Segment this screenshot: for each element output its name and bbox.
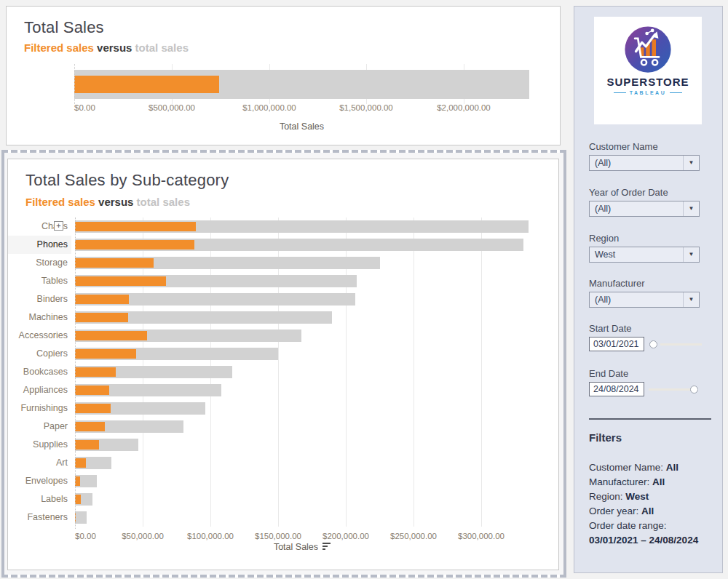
decorative-line <box>670 92 682 93</box>
category-label-accessories[interactable]: Accessories <box>8 327 71 345</box>
bar-filtered-phones[interactable] <box>75 240 194 249</box>
filter-label-order-year: Year of Order Date <box>589 187 668 198</box>
brand-sub-text: TABLEAU <box>630 90 666 95</box>
subcategory-panel: Total Sales by Sub-category Filtered sal… <box>7 159 559 570</box>
bar-filtered-binders[interactable] <box>75 295 129 304</box>
filters-summary-heading: Filters <box>589 431 622 444</box>
bar-filtered-supplies[interactable] <box>75 440 99 450</box>
bar-area <box>75 436 530 454</box>
bar-filtered-paper[interactable] <box>75 422 105 431</box>
category-label-appliances[interactable]: Appliances <box>8 381 71 399</box>
zone-drag-handle-bottom[interactable] <box>1 575 566 578</box>
end-date-input[interactable]: 24/08/2024 <box>589 382 644 396</box>
subcategory-row: Accessories <box>8 327 560 345</box>
chevron-down-icon[interactable]: ▼ <box>683 156 699 170</box>
bar-filtered-labels[interactable] <box>75 495 81 504</box>
dropdown-customer-name[interactable]: (All) ▼ <box>589 155 700 171</box>
bar-area <box>75 345 530 363</box>
category-label-labels[interactable]: Labels <box>8 490 71 508</box>
bar-filtered-accessories[interactable] <box>75 331 147 340</box>
bar-filtered-machines[interactable] <box>75 313 128 322</box>
bar-area <box>75 272 530 290</box>
dropdown-value: West <box>595 249 615 260</box>
subcategory-row: Machines <box>8 308 560 327</box>
category-label-envelopes[interactable]: Envelopes <box>8 472 71 490</box>
bar-filtered-furnishings[interactable] <box>75 404 111 413</box>
bar-filtered-copiers[interactable] <box>75 349 136 359</box>
dropdown-value: (All) <box>595 158 611 168</box>
end-date-slider-handle[interactable] <box>690 386 698 394</box>
category-label-fasteners[interactable]: Fasteners <box>8 508 71 527</box>
bar-area <box>75 508 530 527</box>
x-tick-label: $1,500,000.00 <box>339 103 393 112</box>
bar-filtered-envelopes[interactable] <box>75 476 80 486</box>
subcategory-row: Paper <box>8 418 560 436</box>
category-label-phones[interactable]: Phones <box>8 236 71 254</box>
dropdown-order-year[interactable]: (All) ▼ <box>589 201 700 217</box>
total-sales-plot <box>74 64 529 104</box>
category-label-paper[interactable]: Paper <box>8 418 71 436</box>
summary-line: Manufacturer: All <box>589 475 698 490</box>
subcategory-row: Bookcases <box>8 363 560 381</box>
summary-line: Region: West <box>589 490 698 504</box>
bar-total-fasteners[interactable] <box>75 511 87 524</box>
x-tick-label: $200,000.00 <box>323 532 369 540</box>
bar-filtered-storage[interactable] <box>75 258 154 268</box>
dropdown-manufacturer[interactable]: (All) ▼ <box>589 292 700 308</box>
x-tick-label: $50,000.00 <box>122 532 164 540</box>
category-label-tables[interactable]: Tables <box>8 272 71 290</box>
start-date-label: Start Date <box>589 323 632 334</box>
zone-drag-handle[interactable] <box>1 150 566 153</box>
bar-area <box>75 399 530 418</box>
sort-descending-icon[interactable] <box>323 543 331 551</box>
x-tick-label: $0.00 <box>75 532 96 540</box>
subcategory-row: Fasteners <box>8 508 560 527</box>
subcategory-row: Binders <box>8 290 560 308</box>
x-axis-title-label: Total Sales <box>274 542 318 552</box>
bar-filtered-tables[interactable] <box>75 276 166 286</box>
category-label-art[interactable]: Art <box>8 454 71 472</box>
decorative-line <box>614 92 626 93</box>
chart-subtitle: Filtered sales versus total sales <box>24 41 189 54</box>
total-sales-panel: Total Sales Filtered sales versus total … <box>6 6 561 145</box>
bar-area <box>75 290 530 308</box>
category-label-bookcases[interactable]: Bookcases <box>8 363 71 381</box>
subcategory-row: Phones <box>8 236 560 254</box>
bar-filtered-appliances[interactable] <box>75 386 109 395</box>
category-label-supplies[interactable]: Supplies <box>8 436 71 454</box>
start-date-slider-handle[interactable] <box>649 340 657 348</box>
category-label-copiers[interactable]: Copiers <box>8 345 71 363</box>
x-tick-label: $0.00 <box>74 103 95 112</box>
bar-filtered-chairs[interactable] <box>75 222 196 231</box>
bar-filtered-sales[interactable] <box>74 76 219 93</box>
chevron-down-icon[interactable]: ▼ <box>683 201 699 216</box>
category-label-machines[interactable]: Machines <box>8 308 71 327</box>
filter-label-manufacturer: Manufacturer <box>589 278 645 289</box>
zero-axis-line <box>74 64 75 104</box>
start-date-slider-track[interactable] <box>660 343 702 346</box>
subcategory-row: Envelopes <box>8 472 560 490</box>
category-label-furnishings[interactable]: Furnishings <box>8 399 71 418</box>
x-tick-label: $500,000.00 <box>149 103 195 112</box>
subtitle-filtered-sales: Filtered sales <box>25 196 95 208</box>
x-tick-label: $150,000.00 <box>255 532 301 540</box>
start-date-input[interactable]: 03/01/2021 <box>589 337 644 351</box>
chevron-down-icon[interactable]: ▼ <box>683 292 699 307</box>
chevron-down-icon[interactable]: ▼ <box>683 247 699 262</box>
drill-down-plus-icon[interactable] <box>54 221 63 231</box>
category-label-storage[interactable]: Storage <box>8 254 71 272</box>
subcategory-row: Copiers <box>8 345 560 363</box>
subtitle-versus: versus <box>95 196 137 208</box>
category-label-binders[interactable]: Binders <box>8 290 71 308</box>
bar-area <box>75 217 530 236</box>
end-date-slider-track[interactable] <box>649 388 691 391</box>
dropdown-region[interactable]: West ▼ <box>589 247 700 263</box>
subcategory-row: Tables <box>8 272 560 290</box>
dashboard: Total Sales Filtered sales versus total … <box>0 0 728 579</box>
x-axis-title: Total Sales <box>74 121 529 132</box>
bar-area <box>75 327 530 345</box>
bar-area <box>75 472 530 490</box>
bar-filtered-art[interactable] <box>75 458 86 468</box>
bar-filtered-bookcases[interactable] <box>75 367 116 377</box>
subtitle-filtered-sales: Filtered sales <box>24 41 94 54</box>
